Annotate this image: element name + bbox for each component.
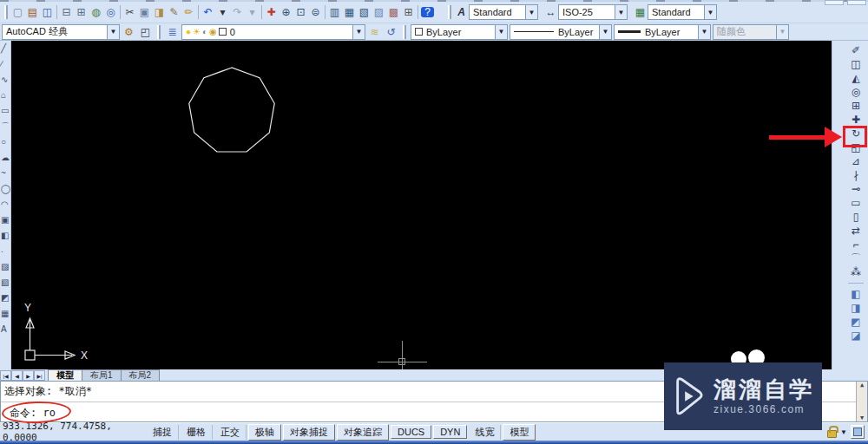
chevron-down-icon[interactable]: ▼: [599, 25, 611, 39]
trim-icon[interactable]: ∤: [847, 168, 865, 182]
hatch-icon[interactable]: ▨: [0, 259, 11, 275]
status-toggle-button[interactable]: 栅格: [181, 425, 213, 440]
save-workspace-icon[interactable]: ◰: [138, 24, 153, 40]
help-icon[interactable]: ?: [420, 4, 435, 20]
zoom-window-icon[interactable]: ⊡: [293, 4, 308, 20]
tab-nav-arrow[interactable]: ◀: [11, 370, 23, 381]
chevron-down-icon[interactable]: ▼: [352, 25, 365, 39]
drawing-canvas[interactable]: Y X: [11, 41, 832, 369]
lineweight-select[interactable]: ByLayer ▼: [614, 24, 711, 40]
nonagon-polygon[interactable]: [11, 41, 832, 369]
redo-caret-icon[interactable]: ▾: [245, 4, 260, 20]
status-toggle-button[interactable]: 线宽: [469, 425, 501, 440]
make-object-layer-icon[interactable]: ≋: [367, 24, 382, 40]
freeze-icon[interactable]: ◐: [202, 28, 207, 36]
scroll-up-icon[interactable]: ▲: [860, 382, 864, 388]
table-style-icon[interactable]: ▦: [633, 4, 648, 20]
dim-style-icon[interactable]: ↔: [543, 4, 558, 20]
bulb-icon[interactable]: ●: [186, 28, 191, 36]
paste-icon[interactable]: ◨: [152, 4, 167, 20]
send-to-back-icon[interactable]: ◨: [847, 301, 865, 315]
table-icon[interactable]: ▦: [0, 306, 11, 322]
zoom-previous-icon[interactable]: ⊜: [308, 4, 323, 20]
designcenter-icon[interactable]: ▦: [342, 4, 357, 20]
workspace-select[interactable]: AutoCAD 经典 ▼: [2, 24, 120, 40]
cut-icon[interactable]: ✂: [122, 4, 137, 20]
chevron-down-icon[interactable]: ▼: [840, 428, 847, 436]
chevron-down-icon[interactable]: ▼: [525, 5, 537, 19]
command-scrollbar[interactable]: ▲ ▼: [856, 382, 867, 421]
chevron-down-icon[interactable]: ▼: [615, 5, 627, 19]
status-toggle-button[interactable]: DYN: [433, 425, 467, 439]
break-at-point-icon[interactable]: ▭: [847, 196, 865, 210]
insert-block-icon[interactable]: ▣: [0, 212, 11, 228]
tab-nav-arrow[interactable]: |◀: [0, 370, 11, 381]
spline-icon[interactable]: ~: [0, 166, 11, 181]
move-icon[interactable]: ✚: [847, 113, 865, 127]
toolbar-grip[interactable]: [403, 25, 406, 39]
explode-icon[interactable]: ⁂: [847, 265, 865, 279]
status-toggle-button[interactable]: 捕捉: [147, 425, 179, 440]
chevron-down-icon[interactable]: ▼: [495, 25, 507, 39]
3d-dwf-icon[interactable]: ◎: [103, 4, 118, 20]
line-icon[interactable]: ╱: [0, 41, 11, 56]
zoom-realtime-icon[interactable]: ⊕: [279, 4, 293, 20]
polygon-icon[interactable]: ⌂: [0, 88, 11, 103]
match-properties-icon[interactable]: ✎: [167, 4, 181, 20]
text-style-icon[interactable]: A: [454, 4, 469, 20]
properties-icon[interactable]: ▥: [327, 4, 342, 20]
table-style-select[interactable]: Standard ▼: [648, 4, 717, 20]
toolbar-grip[interactable]: [4, 5, 8, 19]
array-icon[interactable]: ⊞: [847, 99, 865, 113]
pan-icon[interactable]: ✚: [264, 4, 279, 20]
status-toggle-button[interactable]: 极轴: [248, 424, 281, 441]
publish-icon[interactable]: ◍: [89, 4, 103, 20]
status-toggle-button[interactable]: 对象追踪: [337, 424, 389, 441]
erase-icon[interactable]: ✐: [847, 43, 865, 57]
revcloud-icon[interactable]: ☁: [0, 150, 11, 166]
status-toggle-button[interactable]: 对象捕捉: [283, 424, 335, 441]
offset-icon[interactable]: ◎: [847, 85, 865, 99]
break-icon[interactable]: ▯: [847, 210, 865, 224]
save-icon[interactable]: ◫: [40, 4, 55, 20]
tab-nav-arrow[interactable]: ▶|: [34, 370, 45, 381]
new-file-icon[interactable]: ▢: [10, 4, 25, 20]
dim-style-select[interactable]: ISO-25 ▼: [558, 4, 628, 20]
status-toggle-button[interactable]: 模型: [503, 424, 536, 441]
construction-line-icon[interactable]: ∕: [0, 56, 11, 72]
redo-icon[interactable]: ↷: [230, 4, 245, 20]
make-block-icon[interactable]: ◧: [0, 228, 11, 244]
join-icon[interactable]: ⇄: [847, 224, 865, 238]
chevron-down-icon[interactable]: ▼: [698, 25, 710, 39]
rectangle-icon[interactable]: ▭: [0, 103, 11, 119]
chamfer-icon[interactable]: ⌐: [847, 238, 865, 251]
point-icon[interactable]: ∙: [0, 244, 11, 259]
color-select[interactable]: ByLayer ▼: [411, 24, 508, 40]
extend-icon[interactable]: ⊸: [847, 182, 865, 196]
send-under-icon[interactable]: ◪: [847, 329, 865, 343]
sheet-set-manager-icon[interactable]: ▨: [372, 4, 386, 20]
lock-icon[interactable]: ◉: [209, 28, 217, 36]
mirror-icon[interactable]: ◭: [847, 71, 865, 85]
bring-to-front-icon[interactable]: ◧: [847, 287, 865, 301]
sun-icon[interactable]: ☀: [193, 28, 201, 36]
clean-screen-button[interactable]: [851, 425, 865, 439]
markup-set-manager-icon[interactable]: ▩: [386, 4, 401, 20]
lock-icon[interactable]: [827, 430, 837, 438]
toolbar-grip[interactable]: [157, 25, 161, 39]
layout-tab[interactable]: 布局1: [82, 369, 122, 381]
layout-tab[interactable]: 模型: [48, 369, 82, 381]
region-icon[interactable]: ◩: [0, 291, 11, 306]
circle-icon[interactable]: ○: [0, 134, 11, 150]
scroll-down-icon[interactable]: ▼: [860, 415, 864, 421]
toolbar-grip[interactable]: [448, 5, 451, 19]
status-toggle-button[interactable]: DUCS: [391, 425, 431, 439]
plot-preview-icon[interactable]: ⊞: [74, 4, 89, 20]
workspace-settings-icon[interactable]: ⚙: [122, 24, 136, 40]
status-toggle-button[interactable]: 正交: [214, 425, 247, 440]
layer-properties-icon[interactable]: ≣: [165, 24, 180, 40]
tab-nav-arrow[interactable]: ▶: [23, 370, 34, 381]
chevron-down-icon[interactable]: ▼: [107, 25, 119, 39]
undo-icon[interactable]: ↶: [201, 4, 215, 20]
layer-previous-icon[interactable]: ↺: [384, 24, 398, 40]
